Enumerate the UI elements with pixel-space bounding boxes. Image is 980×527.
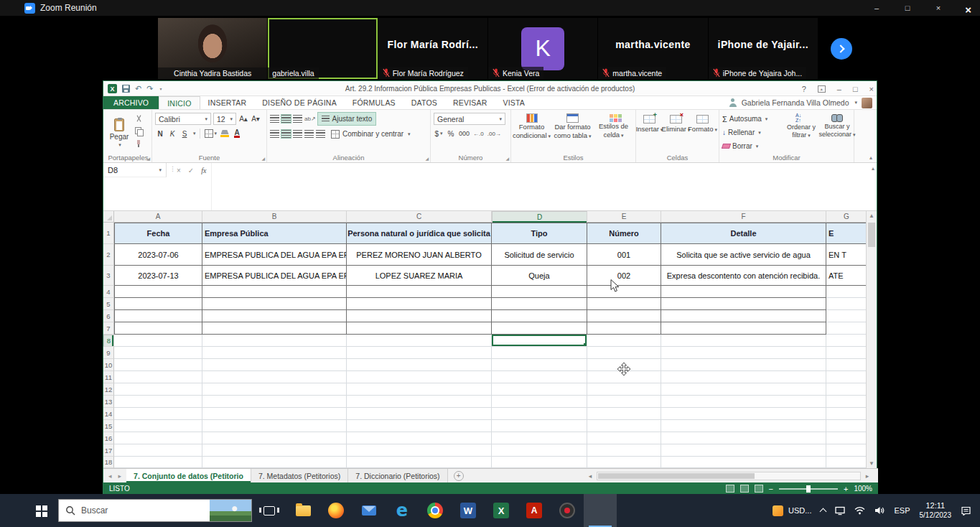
cell[interactable]: [114, 383, 202, 396]
cell[interactable]: [114, 408, 202, 420]
confirm-entry-icon[interactable]: ✓: [188, 167, 194, 174]
row-header-14[interactable]: 14: [103, 408, 114, 420]
collapse-ribbon-icon[interactable]: ▴: [869, 154, 872, 161]
cell[interactable]: [202, 408, 347, 420]
cell[interactable]: [661, 396, 826, 408]
cell[interactable]: [587, 432, 661, 444]
cell[interactable]: [661, 298, 826, 310]
cell[interactable]: [347, 457, 492, 468]
autosum-button[interactable]: ΣAutosuma▾: [722, 113, 767, 125]
cell[interactable]: [826, 432, 867, 444]
cell[interactable]: [587, 298, 661, 310]
cell[interactable]: [347, 432, 492, 444]
cell[interactable]: [587, 310, 661, 322]
language-indicator[interactable]: ESP: [894, 506, 910, 515]
sheet-tab[interactable]: 7. Diccionario (Petitorios): [348, 469, 447, 482]
ribbon-tab-datos[interactable]: DATOS: [403, 96, 445, 109]
page-layout-view-icon[interactable]: [740, 485, 749, 493]
volume-icon[interactable]: [874, 506, 885, 515]
cell[interactable]: [347, 310, 492, 322]
participant-tile[interactable]: KKenia Vera: [488, 18, 598, 79]
cell[interactable]: [587, 383, 661, 396]
cell[interactable]: [347, 371, 492, 383]
taskbar-search[interactable]: Buscar: [58, 499, 252, 522]
shrink-font-button[interactable]: A▾: [251, 113, 261, 125]
row-header-16[interactable]: 16: [103, 432, 114, 444]
row-header-12[interactable]: 12: [103, 383, 114, 396]
cell[interactable]: [492, 310, 587, 322]
cell[interactable]: [114, 347, 202, 359]
fill-color-button[interactable]: [220, 128, 230, 139]
cell[interactable]: [661, 420, 826, 432]
column-header-B[interactable]: B: [202, 211, 347, 222]
cell[interactable]: [587, 420, 661, 432]
cell[interactable]: [114, 286, 202, 298]
cell[interactable]: Detalle: [661, 223, 826, 244]
cell[interactable]: [826, 383, 867, 396]
dialog-launcher-icon[interactable]: ◢: [261, 156, 265, 161]
zoom-in-icon[interactable]: +: [844, 485, 848, 493]
cell[interactable]: [826, 371, 867, 383]
cell[interactable]: [826, 359, 867, 371]
cell[interactable]: [347, 444, 492, 457]
cell[interactable]: Queja: [492, 266, 587, 286]
name-box[interactable]: D8▾: [103, 163, 167, 177]
hidden-icons-chevron-icon[interactable]: [820, 508, 827, 516]
wifi-icon[interactable]: [854, 506, 865, 515]
redo-icon[interactable]: ↷: [146, 85, 153, 93]
cell[interactable]: [114, 444, 202, 457]
cell[interactable]: [492, 383, 587, 396]
cell[interactable]: [661, 359, 826, 371]
new-sheet-button[interactable]: +: [454, 471, 464, 481]
zoom-slider-thumb[interactable]: [806, 485, 811, 493]
sheet-nav-left-icon[interactable]: ◂: [108, 472, 112, 480]
sheet-tab[interactable]: 7. Conjunto de datos (Petitorio: [126, 469, 251, 482]
zoom-slider[interactable]: [779, 488, 838, 490]
cell[interactable]: [587, 444, 661, 457]
ribbon-tab-f-rmulas[interactable]: FÓRMULAS: [345, 96, 403, 109]
cell[interactable]: [826, 286, 867, 298]
cell[interactable]: [347, 347, 492, 359]
merge-center-button[interactable]: Combinar y centrar▾: [327, 128, 414, 140]
cell[interactable]: [826, 408, 867, 420]
cell[interactable]: 2023-07-06: [114, 244, 202, 266]
cell[interactable]: Persona natural o jurídica que solicita: [347, 223, 492, 244]
underline-button[interactable]: S: [179, 128, 190, 139]
cell[interactable]: [826, 396, 867, 408]
cell[interactable]: [202, 383, 347, 396]
action-center-icon[interactable]: [961, 506, 971, 516]
cell[interactable]: [347, 383, 492, 396]
clear-button[interactable]: Borrar▾: [722, 140, 758, 152]
excel-close-icon[interactable]: ×: [869, 85, 874, 93]
cell[interactable]: [826, 457, 867, 468]
ribbon-display-options-icon[interactable]: ▴: [818, 85, 826, 93]
row-header-8[interactable]: 8: [103, 335, 114, 347]
undo-icon[interactable]: ↶: [135, 85, 141, 93]
insert-function-button[interactable]: fx: [201, 167, 206, 174]
column-header-C[interactable]: C: [347, 211, 492, 222]
cell[interactable]: [347, 286, 492, 298]
next-participants-button[interactable]: [831, 38, 852, 60]
cell[interactable]: [202, 432, 347, 444]
cell[interactable]: [492, 298, 587, 310]
cell[interactable]: [492, 359, 587, 371]
cell[interactable]: ATE: [826, 266, 867, 286]
cell[interactable]: Solicitud de servicio: [492, 244, 587, 266]
row-header-13[interactable]: 13: [103, 396, 114, 408]
cell[interactable]: Expresa descontento con atención recibid…: [661, 266, 826, 286]
task-view-button[interactable]: [252, 494, 286, 527]
ribbon-tab-insertar[interactable]: INSERTAR: [200, 96, 255, 109]
zoom-out-icon[interactable]: −: [769, 485, 773, 493]
cell[interactable]: [202, 310, 347, 322]
align-middle-icon[interactable]: [281, 115, 291, 123]
close-icon[interactable]: ×: [934, 4, 943, 12]
ribbon-tab-dise-o-de-p-gina[interactable]: DISEÑO DE PÁGINA: [254, 96, 345, 109]
cell[interactable]: [492, 335, 587, 347]
cell[interactable]: [661, 432, 826, 444]
cell[interactable]: [492, 457, 587, 468]
row-header-3[interactable]: 3: [103, 266, 114, 286]
ribbon-tab-revisar[interactable]: REVISAR: [445, 96, 495, 109]
select-all-button[interactable]: [103, 211, 114, 222]
save-icon[interactable]: [122, 85, 130, 93]
customize-qat-icon[interactable]: ▾: [159, 86, 162, 91]
